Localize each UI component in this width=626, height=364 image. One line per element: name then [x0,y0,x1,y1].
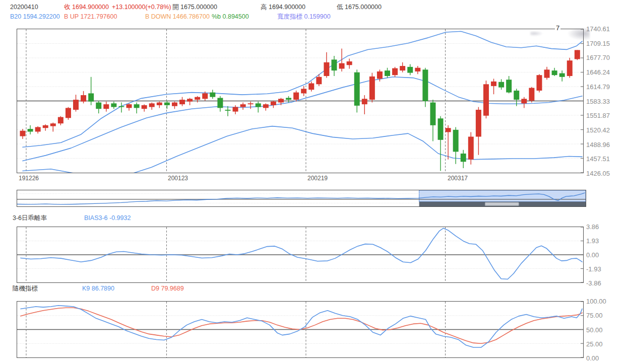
candle-body [118,106,124,107]
candle-body [271,102,276,105]
candle-body [225,110,230,111]
candle-body [544,69,550,78]
bias-chart-panel[interactable] [17,227,584,283]
candle-body [407,67,413,73]
y-axis-label: 1677.70 [586,54,624,61]
candle-body [134,104,140,108]
candle-body [461,154,466,162]
candle-body [476,110,481,136]
candle-body [58,117,64,124]
y-axis-label: 100.00 [586,298,624,305]
quote-open: 開 1675.000000 [172,3,217,11]
navigator-panel[interactable] [17,190,586,207]
candle-body [142,105,147,109]
x-axis-label: 200317 [448,175,468,182]
candle-body [392,68,398,76]
y-axis-label: 1488.96 [586,141,624,149]
candle-body [529,88,534,101]
quote-close: 收 1694.900000 [64,3,109,11]
y-axis-label: -1.93 [586,265,624,273]
candle-body [81,95,86,102]
candle-body [567,60,573,76]
candle-body [35,127,41,131]
candle-body [430,103,435,125]
candle-body [498,82,504,88]
y-axis-label: 1740.61 [586,25,624,33]
candle-body [521,99,527,103]
bias-legend: BIAS3-6 -0.9932 [84,214,131,222]
y-axis-label: 1646.24 [586,68,624,76]
k9-line [21,306,582,347]
candle-body [552,70,557,75]
navigator-scroll-thumb[interactable] [485,202,519,206]
quote-change: +13.100000(+0.78%) [112,3,171,11]
quote-header-row: 20200410 收 1694.900000 +13.100000(+0.78%… [0,3,626,11]
candle-body [514,91,519,100]
y-axis-label: 1520.42 [586,126,624,134]
candle-body [385,70,390,76]
candle-body [286,98,291,100]
candle-body [210,93,215,97]
bias-line [21,228,582,279]
candlestick-chart-panel[interactable] [17,29,584,173]
d9-line [21,308,582,343]
kd-panel-title: 隨機指標 [13,285,38,293]
candle-body [157,103,162,105]
candle-body [446,128,451,132]
candle-body [240,104,246,107]
candle-body [422,69,428,101]
y-axis-label: 1457.51 [586,155,624,163]
candle-body [88,93,94,101]
candle-body [438,118,444,140]
candle-body [301,89,306,93]
candle-body [217,98,223,108]
percent-b-value: %b 0.894500 [212,13,249,21]
candle-body [559,74,565,77]
candle-body [164,103,170,105]
y-axis-label: 0.00 [586,251,624,259]
y-axis-label: 1583.33 [586,98,624,105]
candle-body [400,66,405,70]
candles-layer [20,49,580,171]
candle-body [179,100,185,104]
candle-body [73,100,79,110]
candle-body [369,77,375,100]
candle-body [172,103,177,106]
candle-body [377,71,383,79]
candle-body [324,62,329,76]
candle-body [453,130,459,152]
candle-body [468,136,474,159]
candle-body [293,93,299,100]
quote-date: 20200410 [10,3,38,11]
candle-body [20,131,25,136]
candle-body [111,103,116,107]
bdown-value: B DOWN 1466.786700 [145,13,210,21]
candle-body [536,75,542,91]
candle-body [28,129,33,131]
y-axis-label: 1614.79 [586,83,624,91]
candle-body [187,99,193,101]
y-axis-label: 25.00 [586,340,624,348]
candle-body [50,123,56,126]
candle-body [278,99,284,102]
candle-body [233,107,238,112]
candle-body [575,50,580,59]
y-axis-label: 50.00 [586,326,624,334]
x-axis-label: 200123 [168,175,188,182]
candle-body [347,61,352,65]
d9-legend: D9 79.9689 [151,285,184,293]
candle-body [415,68,420,71]
bollinger-header-row: B20 1594.292200 B UP 1721.797600 B DOWN … [0,13,626,21]
candle-body [202,93,208,99]
series-marker: 7 [555,25,560,32]
x-axis-label: 200219 [307,175,328,182]
candle-body [308,83,314,90]
candle-body [331,59,337,70]
candle-body [506,80,512,92]
y-axis-label: 1426.05 [586,170,624,177]
kd-chart-panel[interactable] [17,301,584,358]
y-axis-label: 75.00 [586,312,624,319]
candle-body [339,63,345,69]
y-axis-label: 3.86 [586,223,624,231]
y-axis-label: 1551.87 [586,112,624,119]
